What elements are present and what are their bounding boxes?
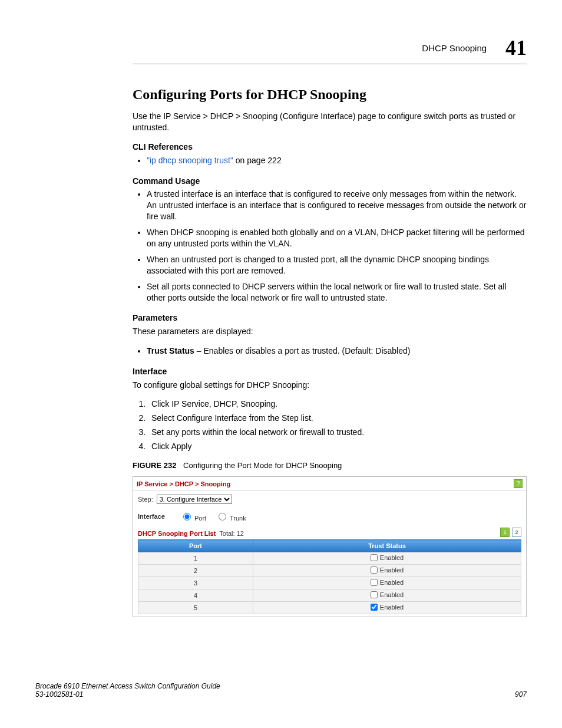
param-name: Trust Status (147, 346, 194, 355)
list-item: When an untrusted port is changed to a t… (147, 254, 527, 276)
radio-port-wrap[interactable]: Port (180, 511, 206, 522)
page-header: DHCP Snooping 41 (133, 35, 527, 64)
trust-enabled-label: Enabled (380, 566, 404, 574)
step-row: Step: 3. Configure Interface (133, 491, 526, 509)
breadcrumb: IP Service > DHCP > Snooping (137, 480, 230, 487)
page-button-2[interactable]: 2 (512, 528, 521, 537)
trust-status-cell: Enabled (253, 565, 521, 577)
footer-pagenum: 907 (515, 690, 527, 699)
port-cell: 4 (138, 589, 253, 602)
trust-enabled-checkbox[interactable] (371, 591, 378, 598)
interface-heading: Interface (133, 366, 527, 377)
list-item: Trust Status – Enables or disables a por… (147, 345, 527, 357)
list-item: Set any ports within the local network o… (148, 427, 527, 437)
page-title: Configuring Ports for DHCP Snooping (133, 87, 527, 103)
interface-steps: Click IP Service, DHCP, Snooping. Select… (133, 399, 527, 451)
port-cell: 5 (138, 602, 253, 614)
table-row: 1Enabled (138, 552, 521, 565)
port-list-title: DHCP Snooping Port List (138, 530, 216, 537)
footer-book: Brocade 6910 Ethernet Access Switch Conf… (35, 682, 220, 690)
trust-status-cell: Enabled (253, 577, 521, 589)
port-cell: 2 (138, 565, 253, 577)
pager: 1 2 (500, 528, 521, 537)
cli-references-list: "ip dhcp snooping trust" on page 222 (133, 155, 527, 166)
footer-docid: 53-1002581-01 (35, 690, 220, 699)
col-trust-status: Trust Status (253, 540, 521, 552)
trust-status-cell: Enabled (253, 602, 521, 614)
parameters-list: Trust Status – Enables or disables a por… (133, 345, 527, 357)
intro-paragraph: Use the IP Service > DHCP > Snooping (Co… (133, 111, 527, 133)
table-row: 3Enabled (138, 577, 521, 589)
total-value: 12 (237, 530, 244, 537)
list-item: Select Configure Interface from the Step… (148, 413, 527, 423)
list-item: Click Apply (148, 442, 527, 451)
figure-caption: FIGURE 232 Configuring the Port Mode for… (133, 460, 527, 471)
trust-status-cell: Enabled (253, 589, 521, 602)
radio-trunk-wrap[interactable]: Trunk (216, 511, 246, 522)
step-select[interactable]: 3. Configure Interface (157, 495, 232, 504)
trust-enabled-checkbox[interactable] (371, 604, 378, 611)
cli-reference-suffix: on page 222 (233, 156, 282, 165)
trust-enabled-label: Enabled (380, 604, 404, 611)
trust-status-cell: Enabled (253, 552, 521, 565)
command-usage-list: A trusted interface is an interface that… (133, 189, 527, 303)
total-label: Total: (219, 530, 234, 537)
port-table: Port Trust Status 1Enabled2Enabled3Enabl… (138, 539, 521, 614)
config-panel: IP Service > DHCP > Snooping ? Step: 3. … (133, 476, 527, 617)
list-item: When DHCP snooping is enabled both globa… (147, 227, 527, 249)
port-cell: 1 (138, 552, 253, 565)
parameters-heading: Parameters (133, 312, 527, 324)
radio-trunk[interactable] (219, 513, 226, 521)
param-desc: – Enables or disables a port as trusted.… (194, 346, 411, 355)
list-item: Click IP Service, DHCP, Snooping. (148, 399, 527, 409)
cli-reference-item: "ip dhcp snooping trust" on page 222 (147, 155, 527, 166)
command-usage-heading: Command Usage (133, 176, 527, 187)
section-title: DHCP Snooping (422, 43, 487, 53)
table-row: 4Enabled (138, 589, 521, 602)
trust-enabled-checkbox[interactable] (371, 579, 378, 586)
figure-label: FIGURE 232 (133, 461, 176, 470)
cli-references-heading: CLI References (133, 141, 527, 153)
trust-enabled-checkbox[interactable] (371, 566, 378, 574)
radio-trunk-label: Trunk (230, 515, 246, 522)
trust-enabled-checkbox[interactable] (371, 554, 378, 561)
port-cell: 3 (138, 577, 253, 589)
trust-enabled-label: Enabled (380, 554, 404, 561)
step-label: Step: (138, 496, 153, 503)
parameters-intro: These parameters are displayed: (133, 326, 527, 337)
page-button-1[interactable]: 1 (500, 528, 510, 537)
figure-title: Configuring the Port Mode for DHCP Snoop… (183, 461, 342, 470)
list-item: Set all ports connected to DHCP servers … (147, 281, 527, 304)
chapter-number: 41 (505, 35, 527, 60)
interface-row: Interface Port Trunk (133, 509, 526, 528)
radio-port-label: Port (194, 515, 206, 522)
trust-enabled-label: Enabled (380, 591, 404, 598)
interface-intro: To configure global settings for DHCP Sn… (133, 380, 527, 391)
table-row: 5Enabled (138, 602, 521, 614)
radio-port[interactable] (183, 513, 191, 521)
table-row: 2Enabled (138, 565, 521, 577)
cli-reference-link[interactable]: "ip dhcp snooping trust" (147, 156, 233, 165)
col-port: Port (138, 540, 253, 552)
help-icon[interactable]: ? (514, 479, 523, 488)
list-title-wrap: DHCP Snooping Port List Total: 12 (138, 530, 244, 537)
interface-label: Interface (138, 513, 165, 520)
list-item: A trusted interface is an interface that… (147, 189, 527, 222)
page-footer: Brocade 6910 Ethernet Access Switch Conf… (35, 682, 527, 699)
trust-enabled-label: Enabled (380, 579, 404, 586)
